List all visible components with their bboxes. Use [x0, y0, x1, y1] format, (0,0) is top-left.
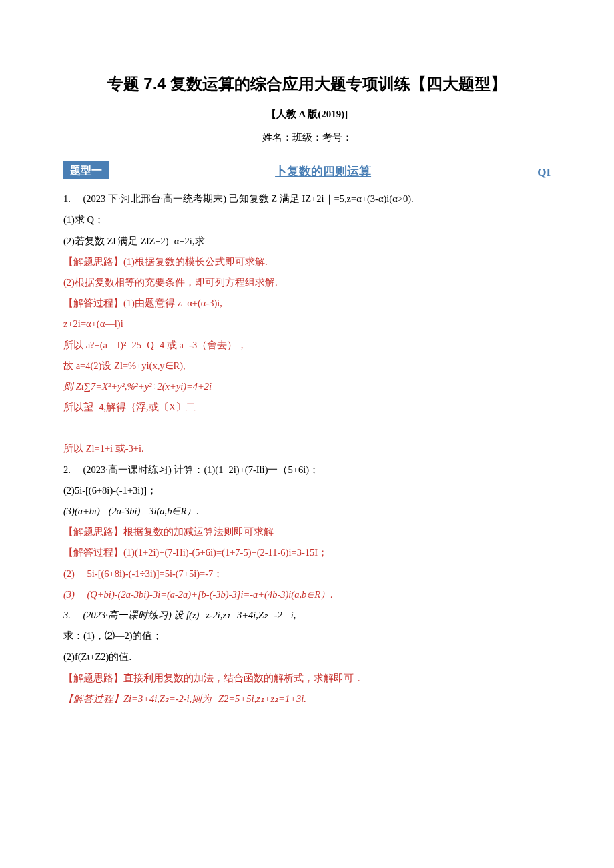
section-heading: 卜复数的四则运算 [113, 163, 533, 179]
section-qi-label: QI [537, 166, 551, 179]
text-line: (3) (Q+bi)-(2a-3bi)-3i=(a-2a)+[b-(-3b)-3… [63, 587, 551, 602]
text-line [63, 420, 551, 436]
text-line: 所以望=4,解得｛浮,或〔X〕二 [63, 400, 551, 415]
page-subtitle: 【人教 A 版(2019)] [63, 108, 551, 121]
section-badge: 题型一 [63, 161, 109, 179]
text-line: 求：(1)，⑵—2)的值； [63, 628, 551, 644]
text-line: (2)若复数 Zl 满足 ZlZ+2)=α+2i,求 [63, 234, 551, 249]
page-title: 专题 7.4 复数运算的综合应用大题专项训练【四大题型】 [63, 73, 551, 95]
text-line: (2)根据复数相等的充要条件，即可列方程组求解. [63, 275, 551, 290]
text-line: 2. (2023·高一课时练习) 计算：(1)(1+2i)+(7-Ili)一（5… [63, 462, 551, 478]
text-line: (2)5i-[(6+8i)-(-1+3i)]； [63, 483, 551, 498]
document-body: 1. (2023 下·河北邢台·高一统考期末) 己知复数 Z 满足 IZ+2i｜… [63, 191, 551, 707]
text-line: 故 a=4(2)设 Zl=%+yi(x,y∈R), [63, 358, 551, 374]
text-line: 所以 Zl=1+i 或-3+i. [63, 441, 551, 456]
text-line: 【解答过程】(1)(1+2i)+(7-Hi)-(5+6i)=(1+7-5)+(2… [63, 545, 551, 560]
section-header-row: 题型一 卜复数的四则运算 QI [63, 161, 551, 179]
text-line: 则 Zι∑7=X²+y²,%²+y²÷2(x+yi)=4+2i [63, 379, 551, 394]
text-line: 【解题思路】直接利用复数的加法，结合函数的解析式，求解即可． [63, 671, 551, 686]
text-line: (2)f(Zι+Z2)的值. [63, 649, 551, 665]
text-line: (3)(a+bι)—(2a-3bi)—3i(a,b∈R）. [63, 504, 551, 519]
text-line: 【解题思路】(1)根据复数的模长公式即可求解. [63, 254, 551, 270]
text-line: 3. (2023·高一课时练习) 设 f(z)=z-2i,z₁=3+4i,Z₂=… [63, 608, 551, 623]
text-line: 【解答过程】(1)由题意得 z=α+(α-3)i, [63, 296, 551, 311]
text-line: (2) 5i-[(6+8i)-(-1÷3i)]=5i-(7+5i)=-7； [63, 566, 551, 582]
text-line: (1)求 Q； [63, 212, 551, 228]
text-line: 1. (2023 下·河北邢台·高一统考期末) 己知复数 Z 满足 IZ+2i｜… [63, 191, 551, 207]
text-line: 所以 a?+(a—I)²=25=Q=4 或 a=-3（舍去）， [63, 338, 551, 353]
text-line: 【解题思路】根据复数的加减运算法则即可求解 [63, 524, 551, 540]
text-line: 【解答过程】Zi=3+4i,Z₂=-2-i,则为−Z2=5+5i,z₁+z₂=1… [63, 691, 551, 707]
text-line: z+2i=α+(α—l)i [63, 316, 551, 332]
document-page: 专题 7.4 复数运算的综合应用大题专项训练【四大题型】 【人教 A 版(201… [0, 0, 614, 868]
student-meta: 姓名：班级：考号： [63, 131, 551, 144]
